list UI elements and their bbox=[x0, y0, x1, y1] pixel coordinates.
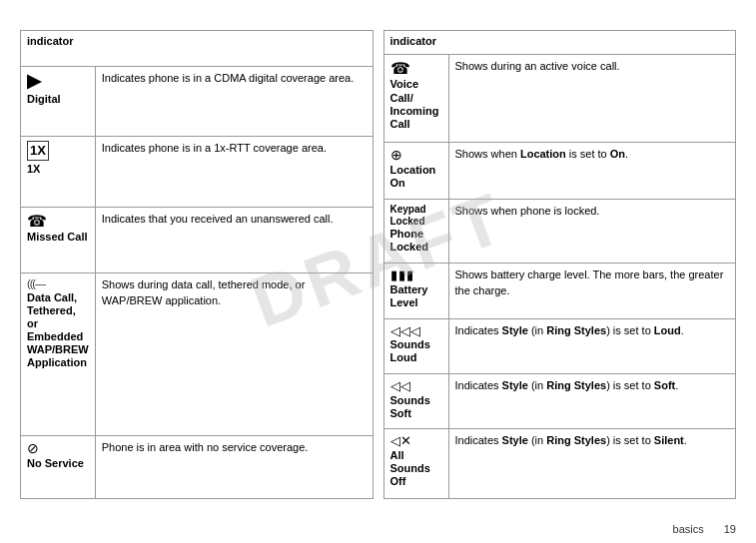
data-call-label: Data Call,Tethered, orEmbeddedWAP/BREWAp… bbox=[27, 291, 89, 370]
section-label: basics bbox=[673, 523, 704, 535]
battery-level-label: Battery Level bbox=[390, 283, 442, 309]
no-service-icon-cell: ⊘ No Service bbox=[21, 436, 96, 499]
table-row: ◁◁ Sounds Soft Indicates Style (in Ring … bbox=[383, 373, 736, 428]
no-service-label: No Service bbox=[27, 457, 89, 470]
voice-call-description: Shows during an active voice call. bbox=[448, 55, 736, 143]
data-call-icon-cell: (((— Data Call,Tethered, orEmbeddedWAP/B… bbox=[21, 273, 96, 436]
voice-call-label: Voice Call/Incoming Call bbox=[390, 78, 442, 131]
sounds-loud-label: Sounds Loud bbox=[390, 338, 442, 364]
table-row: Keypad Locked Phone Locked Shows when ph… bbox=[383, 199, 736, 263]
table-row: ☎ Missed Call Indicates that you receive… bbox=[21, 207, 374, 273]
table-row: ◁◁◁ Sounds Loud Indicates Style (in Ring… bbox=[383, 318, 736, 373]
phone-locked-label: Phone Locked bbox=[390, 228, 442, 254]
left-indicator-table: indicator ▶ Digital Indicates phone is i… bbox=[20, 30, 374, 499]
location-on-description: Shows when Location is set to On. bbox=[448, 143, 736, 200]
voice-call-icon-cell: ☎ Voice Call/Incoming Call bbox=[383, 55, 448, 143]
phone-locked-description: Shows when phone is locked. bbox=[448, 199, 736, 263]
digital-description: Indicates phone is in a CDMA digital cov… bbox=[95, 67, 373, 137]
table-row: ▶ Digital Indicates phone is in a CDMA d… bbox=[21, 67, 374, 137]
all-sounds-off-icon-cell: ◁✕ All Sounds Off bbox=[383, 429, 448, 499]
sounds-soft-description: Indicates Style (in Ring Styles) is set … bbox=[448, 373, 736, 428]
battery-level-icon-cell: ▮▮▮ Battery Level bbox=[383, 264, 448, 318]
table-row: ▮▮▮ Battery Level Shows battery charge l… bbox=[383, 264, 736, 318]
table-row: (((— Data Call,Tethered, orEmbeddedWAP/B… bbox=[21, 273, 374, 436]
left-table-header: indicator bbox=[21, 31, 374, 67]
page-number: 19 bbox=[724, 523, 736, 535]
table-row: ◁✕ All Sounds Off Indicates Style (in Ri… bbox=[383, 429, 736, 499]
location-on-label: Location On bbox=[390, 164, 442, 190]
digital-icon-cell: ▶ Digital bbox=[21, 67, 96, 137]
location-on-icon-cell: ⊕ Location On bbox=[383, 143, 448, 200]
1x-icon-cell: 1X 1X bbox=[21, 137, 96, 207]
table-row: ☎ Voice Call/Incoming Call Shows during … bbox=[383, 55, 736, 143]
sounds-loud-icon-cell: ◁◁◁ Sounds Loud bbox=[383, 318, 448, 373]
all-sounds-off-label: All Sounds Off bbox=[390, 449, 442, 489]
1x-description: Indicates phone is in a 1x-RTT coverage … bbox=[95, 137, 373, 207]
sounds-loud-description: Indicates Style (in Ring Styles) is set … bbox=[448, 318, 736, 373]
missed-call-description: Indicates that you received an unanswere… bbox=[95, 207, 373, 273]
right-indicator-table: indicator ☎ Voice Call/Incoming Call Sho… bbox=[383, 30, 737, 499]
phone-locked-icon-cell: Keypad Locked Phone Locked bbox=[383, 199, 448, 263]
digital-label: Digital bbox=[27, 93, 89, 106]
right-table-header: indicator bbox=[383, 31, 736, 55]
missed-call-icon-cell: ☎ Missed Call bbox=[21, 207, 96, 273]
sounds-soft-icon-cell: ◁◁ Sounds Soft bbox=[383, 373, 448, 428]
missed-call-label: Missed Call bbox=[27, 231, 89, 244]
footer: basics 19 bbox=[0, 519, 756, 543]
table-row: 1X 1X Indicates phone is in a 1x-RTT cov… bbox=[21, 137, 374, 207]
no-service-description: Phone is in area with no service coverag… bbox=[95, 436, 373, 499]
table-row: ⊕ Location On Shows when Location is set… bbox=[383, 143, 736, 200]
sounds-soft-label: Sounds Soft bbox=[390, 394, 442, 420]
battery-level-description: Shows battery charge level. The more bar… bbox=[448, 264, 736, 318]
1x-label: 1X bbox=[27, 163, 89, 176]
table-row: ⊘ No Service Phone is in area with no se… bbox=[21, 436, 374, 499]
data-call-description: Shows during data call, tethered mode, o… bbox=[95, 273, 373, 436]
all-sounds-off-description: Indicates Style (in Ring Styles) is set … bbox=[448, 429, 736, 499]
